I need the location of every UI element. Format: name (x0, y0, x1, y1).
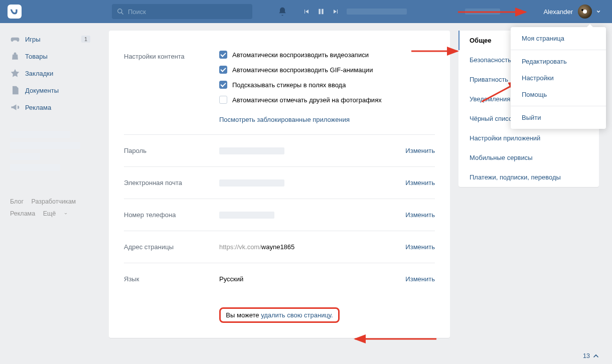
address-value: wayne1865 (261, 243, 295, 251)
notif-count: 13 (583, 352, 590, 359)
checkbox-sticker-suggest[interactable]: Подсказывать стикеры в полях ввода (219, 81, 435, 89)
dd-settings[interactable]: Настройки (511, 70, 606, 86)
megaphone-icon (10, 102, 20, 112)
blocked-apps-link[interactable]: Посмотреть заблокированные приложения (219, 116, 350, 123)
phone-label: Номер телефона (124, 211, 219, 219)
delete-prefix: Вы можете (226, 311, 261, 319)
address-edit-link[interactable]: Изменить (405, 243, 435, 251)
checkbox-icon (219, 96, 227, 104)
delete-page-link[interactable]: удалить свою страницу. (261, 311, 333, 319)
checkbox-autoplay-video[interactable]: Автоматически воспроизводить видеозаписи (219, 51, 435, 59)
email-label: Электронная почта (124, 179, 219, 187)
footer-dev[interactable]: Разработчикам (32, 198, 76, 205)
player-pause-icon[interactable] (318, 8, 325, 15)
delete-page-box: Вы можете удалить свою страницу. (219, 307, 339, 323)
checkbox-icon (219, 66, 227, 74)
password-label: Пароль (124, 147, 219, 154)
user-menu-trigger[interactable]: Alexander (537, 0, 607, 23)
footer-more[interactable]: Ещё (43, 210, 68, 217)
dd-edit[interactable]: Редактировать (511, 53, 606, 70)
search-placeholder: Поиск (128, 8, 146, 16)
search-icon (117, 8, 124, 15)
redacted-block (10, 142, 80, 149)
nav-ads[interactable]: Реклама (5, 99, 95, 116)
player-prev-icon[interactable] (303, 9, 310, 15)
language-value: Русский (219, 275, 405, 283)
language-edit-link[interactable]: Изменить (405, 275, 435, 283)
audio-player (303, 8, 500, 15)
checkbox-icon (219, 51, 227, 59)
address-prefix: https://vk.com/ (219, 243, 261, 251)
nav-bookmarks[interactable]: Закладки (5, 65, 95, 82)
redacted-block (10, 131, 70, 138)
nav-games[interactable]: Игры 1 (5, 31, 95, 48)
phone-edit-link[interactable]: Изменить (405, 211, 435, 219)
track-title-redacted (347, 9, 407, 15)
chevron-down-icon (64, 212, 68, 216)
footer-links: Блог Разработчикам Реклама Ещё (5, 196, 95, 220)
nav-documents[interactable]: Документы (5, 82, 95, 99)
language-label: Язык (124, 275, 219, 283)
gamepad-icon (10, 34, 20, 44)
bag-icon (10, 51, 20, 61)
bell-icon[interactable] (277, 7, 287, 17)
nav-badge: 1 (81, 36, 90, 43)
svg-rect-0 (8, 5, 22, 19)
redacted-block (10, 164, 60, 171)
search-input[interactable]: Поиск (112, 4, 252, 19)
address-label: Адрес страницы (124, 243, 219, 251)
settings-panel: Настройки контента Автоматически воспрои… (109, 31, 450, 338)
vk-logo[interactable] (8, 5, 22, 19)
chevron-down-icon (596, 9, 601, 14)
email-edit-link[interactable]: Изменить (405, 179, 435, 187)
dd-logout[interactable]: Выйти (511, 109, 606, 126)
footer-ads[interactable]: Реклама (10, 210, 35, 217)
chat-notif[interactable]: 13 (583, 352, 602, 360)
avatar (578, 5, 592, 19)
user-dropdown: Моя страница Редактировать Настройки Пом… (511, 27, 606, 129)
redacted-block (10, 153, 40, 160)
password-edit-link[interactable]: Изменить (405, 147, 435, 154)
tab-mobile[interactable]: Мобильные сервисы (458, 148, 599, 167)
top-header: Поиск Alexander (0, 0, 612, 23)
dd-my-page[interactable]: Моя страница (511, 30, 606, 47)
file-icon (10, 85, 20, 95)
left-nav: Игры 1 Товары Закладки Документы Реклама… (5, 31, 95, 338)
section-content-label: Настройки контента (124, 51, 219, 123)
chevron-up-icon (592, 352, 600, 360)
svg-line-2 (121, 13, 123, 15)
tab-apps[interactable]: Настройки приложений (458, 128, 599, 148)
footer-blog[interactable]: Блог (10, 198, 24, 205)
header-tools (277, 7, 500, 17)
dd-help[interactable]: Помощь (511, 86, 606, 103)
checkbox-autoplay-gif[interactable]: Автоматически воспроизводить GIF-анимаци… (219, 66, 435, 74)
track-artist-redacted (465, 9, 500, 15)
svg-rect-4 (322, 9, 324, 15)
phone-value-redacted (219, 212, 274, 219)
nav-market[interactable]: Товары (5, 48, 95, 65)
email-value-redacted (219, 179, 284, 187)
star-icon (10, 68, 20, 78)
password-value-redacted (219, 147, 284, 154)
tab-payments[interactable]: Платежи, подписки, переводы (458, 167, 599, 187)
player-next-icon[interactable] (333, 9, 339, 15)
checkbox-autotag-friends[interactable]: Автоматически отмечать друзей на фотогра… (219, 96, 435, 104)
svg-rect-3 (319, 9, 321, 15)
user-name: Alexander (543, 8, 573, 16)
checkbox-icon (219, 81, 227, 89)
